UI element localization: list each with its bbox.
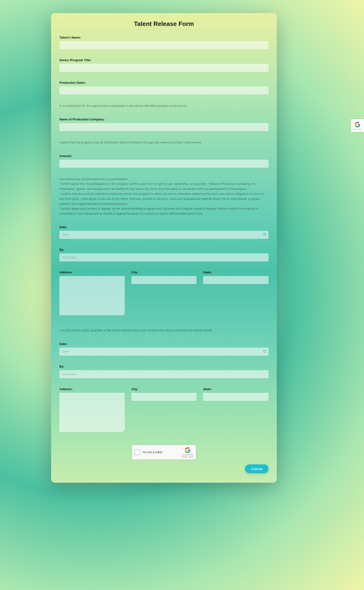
submit-button[interactable]: Submit (245, 464, 268, 473)
consideration-text: In consideration for the opportunity to … (59, 103, 268, 108)
city2-label: City: (131, 387, 197, 391)
agree-distribute-text: I agree that the program may be distribu… (59, 140, 268, 145)
recaptcha-widget[interactable]: I'm not a robot reCAPTCHA Privacy - Term… (132, 445, 196, 460)
city2-input[interactable] (131, 393, 197, 401)
recaptcha-label: I'm not a robot (143, 450, 180, 454)
recaptcha-logo: reCAPTCHA Privacy - Terms (182, 447, 193, 458)
recaptcha-checkbox[interactable] (135, 449, 140, 455)
amount-input[interactable] (59, 160, 268, 168)
city1-input[interactable] (131, 276, 197, 284)
by1-label: By: (59, 248, 268, 251)
terms-text: not receive any compensation for my part… (59, 177, 268, 216)
production-company-input[interactable] (59, 123, 268, 131)
address2-label: Address: (59, 387, 125, 391)
state2-label: State: (203, 387, 268, 391)
date1-label: Date: (59, 225, 268, 229)
title-divider (59, 29, 268, 30)
production-dates-input[interactable] (59, 86, 268, 94)
city1-label: City: (131, 270, 197, 274)
recaptcha-badge[interactable]: Privacy - Terms (351, 119, 364, 132)
address1-label: Address: (59, 270, 125, 274)
date2-label: Date: (59, 342, 268, 346)
guardian-statement-text: I am the parent and/or guardian of the a… (59, 328, 268, 333)
series-title-label: Series /Program Title: (59, 58, 268, 62)
series-title-input[interactable] (59, 64, 268, 72)
form-title: Talent Release Form (59, 20, 268, 28)
state1-input[interactable] (203, 276, 268, 284)
amount-label: Amount: (59, 154, 268, 158)
by2-input[interactable] (59, 370, 268, 378)
date1-input[interactable] (59, 231, 268, 239)
state2-input[interactable] (203, 393, 268, 401)
production-company-label: Name of Production Company: (59, 118, 268, 121)
address1-input[interactable] (59, 276, 125, 315)
talent-name-label: Talent's Name: (59, 36, 268, 39)
by2-label: By: (59, 365, 268, 368)
by1-input[interactable] (59, 253, 268, 261)
recaptcha-privacy-terms[interactable]: Privacy - Terms (182, 456, 193, 458)
production-dates-label: Production Dates: (59, 81, 268, 84)
state1-label: State: (203, 270, 268, 274)
address2-input[interactable] (59, 393, 125, 432)
date2-input[interactable] (59, 348, 268, 356)
recaptcha-brand: reCAPTCHA (182, 454, 193, 456)
recaptcha-badge-privacy[interactable]: Privacy - Terms (353, 128, 362, 130)
talent-release-form: Talent Release Form Talent's Name: Serie… (51, 13, 277, 483)
talent-name-input[interactable] (59, 41, 268, 49)
